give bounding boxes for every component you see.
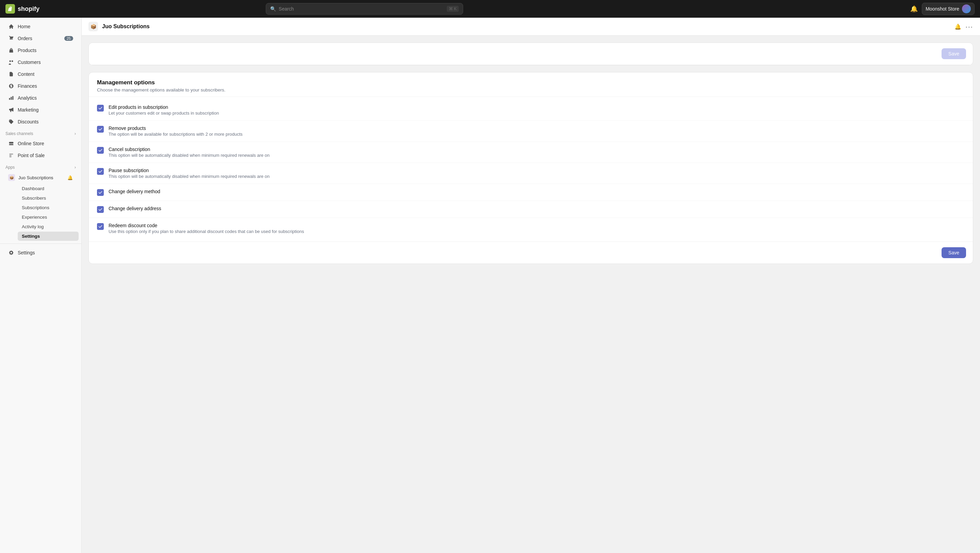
apps-expand-arrow[interactable]: › xyxy=(75,165,76,170)
option-label-change-delivery-address: Change delivery address xyxy=(108,206,965,211)
finances-icon xyxy=(8,83,14,89)
sidebar-item-home[interactable]: Home xyxy=(3,21,79,32)
orders-badge: 25 xyxy=(64,36,73,41)
logo-text: shopify xyxy=(18,5,40,13)
sidebar-item-dashboard[interactable]: Dashboard xyxy=(18,184,79,193)
sidebar-item-experiences-label: Experiences xyxy=(22,215,47,220)
shopify-logo[interactable]: shopify xyxy=(5,4,40,14)
option-text-remove-products: Remove products The option will be avail… xyxy=(108,126,965,137)
notifications-button[interactable]: 🔔 xyxy=(910,5,918,13)
main-content: 📦 Juo Subscriptions 🔔 ··· Save Managemen… xyxy=(82,17,980,553)
online-store-icon xyxy=(8,140,14,146)
option-text-pause-subscription: Pause subscription This option will be a… xyxy=(108,168,965,179)
checkbox-edit-products[interactable] xyxy=(97,105,104,111)
sidebar-item-subscriptions[interactable]: Subscriptions xyxy=(18,203,79,212)
management-options-title: Management options xyxy=(97,79,965,86)
option-sublabel-cancel-subscription: This option will be automatically disabl… xyxy=(108,153,965,158)
sidebar-item-finances[interactable]: Finances xyxy=(3,80,79,92)
store-selector[interactable]: Moonshot Store xyxy=(922,3,975,15)
sidebar-item-main-settings[interactable]: Settings xyxy=(3,247,79,259)
option-label-change-delivery-method: Change delivery method xyxy=(108,189,965,194)
juo-subscriptions-icon: 📦 xyxy=(8,174,15,181)
checkbox-change-delivery-address[interactable] xyxy=(97,206,104,213)
store-name: Moonshot Store xyxy=(926,6,959,11)
option-text-change-delivery-method: Change delivery method xyxy=(108,189,965,195)
home-icon xyxy=(8,24,14,30)
option-cancel-subscription: Cancel subscription This option will be … xyxy=(89,142,973,163)
checkbox-cancel-subscription[interactable] xyxy=(97,147,104,154)
top-save-card: Save xyxy=(89,43,973,65)
option-text-edit-products: Edit products in subscription Let your c… xyxy=(108,105,965,116)
sidebar-sub-items: Dashboard Subscribers Subscriptions Expe… xyxy=(0,184,81,241)
sales-channels-arrow[interactable]: › xyxy=(75,131,76,136)
customers-icon xyxy=(8,59,14,65)
option-change-delivery-address: Change delivery address xyxy=(89,201,973,218)
sidebar-item-subscribers-label: Subscribers xyxy=(22,195,46,201)
option-text-change-delivery-address: Change delivery address xyxy=(108,206,965,212)
top-save-button[interactable]: Save xyxy=(942,48,966,59)
more-options-button[interactable]: ··· xyxy=(966,23,973,30)
checkbox-pause-subscription[interactable] xyxy=(97,168,104,175)
sidebar-item-home-label: Home xyxy=(18,24,30,29)
main-settings-label: Settings xyxy=(18,250,35,256)
option-list: Edit products in subscription Let your c… xyxy=(89,97,973,242)
checkbox-change-delivery-method[interactable] xyxy=(97,189,104,196)
search-box[interactable]: 🔍 ⌘ K xyxy=(266,3,463,14)
bottom-save-button[interactable]: Save xyxy=(942,247,966,258)
sidebar-item-content[interactable]: Content xyxy=(3,68,79,80)
option-text-redeem-discount: Redeem discount code Use this option onl… xyxy=(108,223,965,234)
content-area: Save Management options Choose the manag… xyxy=(82,36,980,271)
search-input[interactable] xyxy=(279,6,444,11)
option-sublabel-remove-products: The option will be available for subscri… xyxy=(108,132,965,137)
option-edit-products: Edit products in subscription Let your c… xyxy=(89,100,973,121)
pos-icon xyxy=(8,153,14,159)
sidebar-item-activity-log[interactable]: Activity log xyxy=(18,222,79,231)
sidebar-item-products-label: Products xyxy=(18,48,37,53)
option-redeem-discount: Redeem discount code Use this option onl… xyxy=(89,218,973,239)
option-change-delivery-method: Change delivery method xyxy=(89,184,973,201)
sidebar-item-marketing[interactable]: Marketing xyxy=(3,104,79,116)
content-icon xyxy=(8,71,14,77)
checkbox-remove-products[interactable] xyxy=(97,126,104,133)
sidebar-item-orders[interactable]: Orders 25 xyxy=(3,33,79,44)
sidebar-item-customers[interactable]: Customers xyxy=(3,56,79,68)
management-options-header: Management options Choose the management… xyxy=(89,72,973,97)
app-icon: 📦 xyxy=(89,22,98,31)
sidebar-item-content-label: Content xyxy=(18,72,34,77)
sidebar-item-subscriptions-label: Subscriptions xyxy=(22,205,49,210)
sidebar-item-analytics[interactable]: Analytics xyxy=(3,92,79,104)
apps-section: Apps › xyxy=(0,162,81,171)
sidebar-item-discounts[interactable]: Discounts xyxy=(3,116,79,127)
checkbox-redeem-discount[interactable] xyxy=(97,223,104,230)
sidebar-item-settings[interactable]: Settings xyxy=(18,232,79,241)
option-pause-subscription: Pause subscription This option will be a… xyxy=(89,163,973,184)
sales-channels-label: Sales channels xyxy=(5,131,33,136)
option-text-cancel-subscription: Cancel subscription This option will be … xyxy=(108,146,965,158)
sidebar-item-dashboard-label: Dashboard xyxy=(22,186,44,191)
sidebar-item-juo-label: Juo Subscriptions xyxy=(18,175,53,180)
sidebar-item-marketing-label: Marketing xyxy=(18,107,38,113)
option-label-cancel-subscription: Cancel subscription xyxy=(108,146,965,152)
option-label-edit-products: Edit products in subscription xyxy=(108,105,965,110)
management-options-card: Management options Choose the management… xyxy=(89,72,973,264)
sidebar-item-pos[interactable]: Point of Sale xyxy=(3,149,79,161)
search-icon: 🔍 xyxy=(270,6,276,11)
option-remove-products: Remove products The option will be avail… xyxy=(89,121,973,142)
option-label-redeem-discount: Redeem discount code xyxy=(108,223,965,228)
sidebar-item-products[interactable]: Products xyxy=(3,44,79,56)
sidebar-item-experiences[interactable]: Experiences xyxy=(18,213,79,222)
notification-button[interactable]: 🔔 xyxy=(955,24,961,30)
sidebar-bottom: Settings xyxy=(0,243,81,259)
sidebar-item-finances-label: Finances xyxy=(18,83,37,89)
option-sublabel-edit-products: Let your customers edit or swap products… xyxy=(108,111,965,116)
juo-bell-icon: 🔔 xyxy=(67,175,73,181)
gear-icon xyxy=(8,249,14,256)
management-options-desc: Choose the management options available … xyxy=(97,87,965,92)
page-header-bar: 📦 Juo Subscriptions 🔔 ··· xyxy=(82,17,980,36)
top-navigation: shopify 🔍 ⌘ K 🔔 Moonshot Store xyxy=(0,0,980,17)
sidebar-item-online-store[interactable]: Online Store xyxy=(3,138,79,149)
sidebar-item-subscribers[interactable]: Subscribers xyxy=(18,194,79,203)
sidebar-item-juo-subscriptions[interactable]: 📦 Juo Subscriptions 🔔 xyxy=(3,172,79,184)
discounts-icon xyxy=(8,119,14,125)
apps-label: Apps xyxy=(5,165,14,170)
